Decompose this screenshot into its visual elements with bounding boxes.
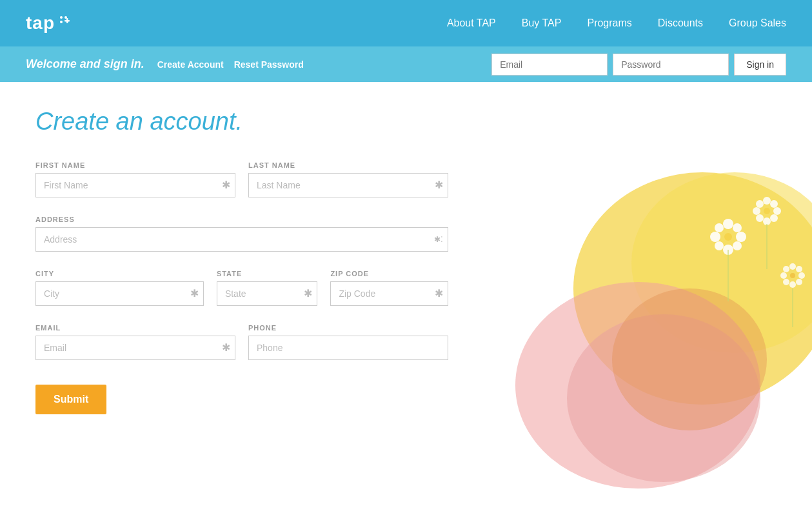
sign-in-button[interactable]: Sign in <box>734 54 786 76</box>
svg-point-13 <box>733 241 742 250</box>
state-group: STATE ✱ <box>217 270 318 306</box>
svg-point-14 <box>723 245 733 255</box>
last-name-group: LAST NAME ✱ <box>248 161 448 197</box>
nav-group-sales[interactable]: Group Sales <box>729 17 786 29</box>
email-input-wrap: ✱ <box>35 336 235 360</box>
first-name-label: FIRST NAME <box>35 161 235 169</box>
svg-point-33 <box>783 279 789 285</box>
svg-point-19 <box>763 197 771 205</box>
zip-input[interactable] <box>330 281 448 306</box>
nav-discounts[interactable]: Discounts <box>658 17 703 29</box>
state-required-icon: ✱ <box>304 288 312 299</box>
svg-point-23 <box>763 217 771 225</box>
auth-fields: Sign in <box>491 54 786 76</box>
svg-point-30 <box>798 272 805 279</box>
address-required-icon: ✱⁚ <box>434 236 443 243</box>
welcome-text: Welcome and sign in. <box>26 57 144 71</box>
svg-point-10 <box>723 219 733 229</box>
password-input[interactable] <box>613 54 729 76</box>
svg-point-24 <box>756 214 764 222</box>
address-input-wrap: ✱⁚ <box>35 227 448 252</box>
logo-text: tap <box>26 13 55 34</box>
svg-point-12 <box>736 232 746 242</box>
phone-label: PHONE <box>248 324 448 332</box>
watercolor-decoration <box>490 159 812 495</box>
state-input[interactable] <box>217 281 318 306</box>
svg-point-2 <box>60 21 63 23</box>
city-state-zip-row: CITY ✱ STATE ✱ ZIP CODE ✱ <box>35 270 448 306</box>
svg-point-17 <box>715 223 724 232</box>
address-input[interactable] <box>35 227 448 252</box>
svg-rect-4 <box>66 18 68 23</box>
address-group: ADDRESS ✱⁚ <box>35 216 448 252</box>
last-name-input-wrap: ✱ <box>248 173 448 197</box>
first-name-input[interactable] <box>35 173 235 197</box>
svg-point-22 <box>770 214 778 222</box>
city-input-wrap: ✱ <box>35 281 204 306</box>
first-name-group: FIRST NAME ✱ <box>35 161 235 197</box>
email-phone-row: EMAIL ✱ PHONE <box>35 324 448 360</box>
phone-input[interactable] <box>248 336 448 360</box>
email-label: EMAIL <box>35 324 235 332</box>
last-name-required-icon: ✱ <box>435 180 443 190</box>
email-input[interactable] <box>491 54 608 76</box>
page-title: Create an account. <box>35 108 777 136</box>
sub-header: Welcome and sign in. Create Account Rese… <box>0 46 812 82</box>
last-name-label: LAST NAME <box>248 161 448 169</box>
name-row: FIRST NAME ✱ LAST NAME ✱ <box>35 161 448 197</box>
state-label: STATE <box>217 270 318 277</box>
email-group: EMAIL ✱ <box>35 324 235 360</box>
zip-required-icon: ✱ <box>435 288 443 299</box>
address-row: ADDRESS ✱⁚ <box>35 216 448 252</box>
svg-point-0 <box>60 16 63 19</box>
svg-point-32 <box>789 281 796 288</box>
nav-programs[interactable]: Programs <box>587 17 631 29</box>
zip-input-wrap: ✱ <box>330 281 448 306</box>
zip-group: ZIP CODE ✱ <box>330 270 448 306</box>
svg-point-21 <box>773 207 781 215</box>
svg-point-25 <box>753 207 760 215</box>
zip-label: ZIP CODE <box>330 270 448 277</box>
phone-group: PHONE <box>248 324 448 360</box>
svg-point-9 <box>612 288 767 430</box>
logo-plus-icon <box>59 15 70 26</box>
reset-password-link[interactable]: Reset Password <box>234 59 304 70</box>
svg-point-29 <box>796 266 802 272</box>
nav-links: About TAP Buy TAP Programs Discounts Gro… <box>447 17 786 29</box>
svg-point-5 <box>573 172 812 405</box>
svg-point-18 <box>724 233 732 241</box>
email-field[interactable] <box>35 336 235 360</box>
submit-button[interactable]: Submit <box>35 385 106 414</box>
svg-point-20 <box>770 200 778 208</box>
svg-point-27 <box>764 208 770 214</box>
svg-point-16 <box>710 232 720 242</box>
sub-header-links: Create Account Reset Password <box>157 59 479 70</box>
create-account-form: FIRST NAME ✱ LAST NAME ✱ ADDRESS <box>35 161 448 414</box>
svg-point-26 <box>756 200 764 208</box>
city-required-icon: ✱ <box>190 288 199 299</box>
email-required-icon: ✱ <box>222 343 230 353</box>
city-label: CITY <box>35 270 204 277</box>
main-content: Create an account. FIRST NAME ✱ LAST NAM… <box>0 82 812 495</box>
address-label: ADDRESS <box>35 216 448 223</box>
logo[interactable]: tap <box>26 13 447 34</box>
first-name-input-wrap: ✱ <box>35 173 235 197</box>
nav-about-tap[interactable]: About TAP <box>447 17 496 29</box>
svg-point-11 <box>733 223 742 232</box>
svg-point-31 <box>796 279 802 285</box>
nav-buy-tap[interactable]: Buy TAP <box>522 17 562 29</box>
svg-point-15 <box>715 241 724 250</box>
last-name-input[interactable] <box>248 173 448 197</box>
state-input-wrap: ✱ <box>217 281 318 306</box>
svg-point-6 <box>631 172 812 353</box>
create-account-link[interactable]: Create Account <box>157 59 224 70</box>
city-input[interactable] <box>35 281 204 306</box>
svg-point-8 <box>567 314 760 482</box>
phone-input-wrap <box>248 336 448 360</box>
svg-point-35 <box>783 266 789 272</box>
top-navigation: tap About TAP Buy TAP Programs Discounts… <box>0 0 812 46</box>
first-name-required-icon: ✱ <box>222 180 230 190</box>
svg-point-36 <box>790 273 795 278</box>
city-group: CITY ✱ <box>35 270 204 306</box>
svg-point-28 <box>789 263 796 270</box>
